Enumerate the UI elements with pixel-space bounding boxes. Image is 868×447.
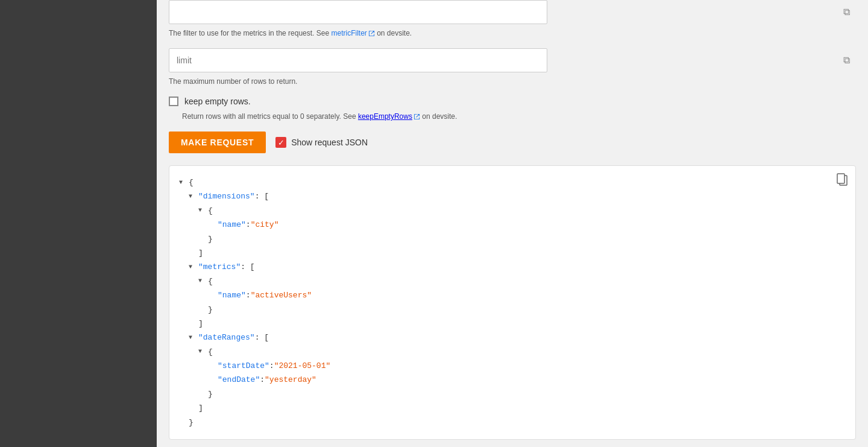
external-link-icon[interactable]: ⧉ <box>843 7 850 17</box>
toggle-arrow[interactable]: ▼ <box>198 346 207 357</box>
keep-empty-rows-section: keep empty rows. Return rows with all me… <box>157 97 868 122</box>
json-line: ▼ ] <box>179 401 843 415</box>
json-line: ▼ } <box>179 232 843 246</box>
json-line: ▼ { <box>179 345 843 359</box>
limit-input-row: ⧉ <box>169 48 856 72</box>
limit-input-wrapper: ⧉ <box>169 48 856 72</box>
filter-input[interactable] <box>169 0 547 24</box>
metric-filter-link[interactable]: metricFilter <box>331 29 366 37</box>
json-line: ▼ "dimensions" : [ <box>179 189 843 203</box>
keep-empty-rows-row: keep empty rows. <box>169 97 856 106</box>
toggle-arrow[interactable]: ▼ <box>198 276 207 287</box>
toggle-arrow[interactable]: ▼ <box>189 332 197 343</box>
toggle-arrow[interactable]: ▼ <box>198 205 207 216</box>
show-json-label: Show request JSON <box>291 138 368 147</box>
limit-input-section: ⧉ The maximum number of rows to return. <box>157 48 868 87</box>
svg-rect-1 <box>837 174 844 183</box>
keep-empty-rows-checkbox[interactable] <box>169 97 178 106</box>
json-line: ▼ "name" : "city" <box>179 218 843 232</box>
limit-external-link-icon[interactable]: ⧉ <box>843 55 850 66</box>
show-json-row: ✓ Show request JSON <box>275 137 368 148</box>
toggle-arrow[interactable]: ▼ <box>189 191 197 202</box>
show-json-checkbox[interactable]: ✓ <box>275 137 286 148</box>
keep-empty-rows-link[interactable]: keepEmptyRows <box>358 112 412 121</box>
json-viewer: ▼ { ▼ "dimensions" : [ ▼ { ▼ "name" : "c… <box>169 165 856 440</box>
filter-input-row: ⧉ <box>169 0 856 24</box>
json-line: ▼ } <box>179 416 843 430</box>
toggle-arrow[interactable]: ▼ <box>179 177 187 188</box>
json-line: ▼ "endDate" : "yesterday" <box>179 373 843 387</box>
json-line: ▼ ] <box>179 317 843 331</box>
external-link-icon-small <box>368 30 375 37</box>
main-content: ⧉ The filter to use for the metrics in t… <box>157 0 868 447</box>
filter-input-section: ⧉ The filter to use for the metrics in t… <box>157 0 868 39</box>
json-line: ▼ "startDate" : "2021-05-01" <box>179 359 843 373</box>
action-section: MAKE REQUEST ✓ Show request JSON <box>157 132 868 153</box>
filter-helper-text: The filter to use for the metrics in the… <box>169 28 856 39</box>
json-line: ▼ } <box>179 303 843 317</box>
keep-empty-rows-helper: Return rows with all metrics equal to 0 … <box>182 111 856 122</box>
keep-empty-rows-external-icon <box>414 113 420 120</box>
json-line: ▼ "name" : "activeUsers" <box>179 288 843 302</box>
copy-icon[interactable] <box>836 173 848 193</box>
json-line: ▼ { <box>179 204 843 218</box>
json-line: ▼ { <box>179 176 843 189</box>
toggle-arrow[interactable]: ▼ <box>189 262 197 273</box>
action-row: MAKE REQUEST ✓ Show request JSON <box>169 132 856 153</box>
keep-empty-rows-label: keep empty rows. <box>184 97 251 106</box>
checkmark-icon: ✓ <box>278 139 285 147</box>
json-line: ▼ { <box>179 274 843 288</box>
json-line: ▼ ] <box>179 246 843 260</box>
limit-input[interactable] <box>169 48 547 72</box>
json-line: ▼ } <box>179 387 843 401</box>
limit-helper-text: The maximum number of rows to return. <box>169 76 856 87</box>
make-request-button[interactable]: MAKE REQUEST <box>169 132 266 153</box>
filter-input-wrapper: ⧉ <box>169 0 856 24</box>
json-line: ▼ "metrics" : [ <box>179 260 843 274</box>
sidebar <box>0 0 157 447</box>
json-line: ▼ "dateRanges" : [ <box>179 331 843 344</box>
